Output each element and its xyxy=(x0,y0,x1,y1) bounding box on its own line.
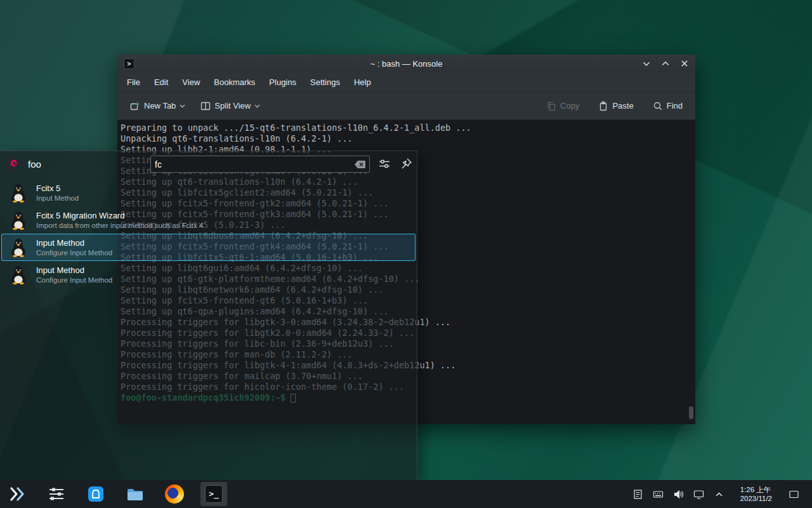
search-result-row[interactable]: Fcitx 5 Migration Wizard Import data fro… xyxy=(1,206,416,234)
paste-label: Paste xyxy=(612,101,633,110)
display-icon xyxy=(693,489,704,500)
debian-logo-icon xyxy=(5,156,22,172)
display-tray-button[interactable] xyxy=(693,489,704,500)
menu-plugins[interactable]: Plugins xyxy=(263,75,302,90)
find-label: Find xyxy=(667,101,683,110)
krunner-user: foo xyxy=(5,156,41,172)
software-center-task[interactable] xyxy=(82,482,109,506)
krunner-header: foo xyxy=(0,151,417,177)
firefox-task[interactable] xyxy=(161,482,188,506)
paste-icon xyxy=(598,101,608,111)
app-launcher-button[interactable] xyxy=(4,482,30,506)
tux-penguin-icon xyxy=(8,265,29,285)
launcher-icon xyxy=(8,485,27,504)
pin-icon xyxy=(400,157,412,170)
clipboard-tray-button[interactable] xyxy=(632,489,643,500)
firefox-icon xyxy=(165,485,184,504)
clipboard-icon xyxy=(632,489,643,500)
show-desktop-icon xyxy=(789,489,799,500)
result-subtitle: Import data from other input method such… xyxy=(36,222,203,229)
filter-settings-button[interactable] xyxy=(378,157,391,170)
tux-penguin-icon xyxy=(8,210,29,231)
expand-tray-button[interactable] xyxy=(714,489,724,500)
task-manager-settings-button[interactable] xyxy=(43,482,70,506)
konsole-task[interactable]: >_ xyxy=(200,482,227,506)
file-manager-task[interactable] xyxy=(122,482,148,506)
input-method-tray-button[interactable] xyxy=(653,489,664,500)
taskbar: >_ 1:26 上午 2023/11/2 xyxy=(0,480,812,508)
chevron-down-icon xyxy=(254,104,260,109)
folder-icon xyxy=(126,485,145,504)
new-tab-icon xyxy=(130,101,140,111)
result-subtitle: Configure Input Method xyxy=(36,276,112,284)
split-view-button[interactable]: Split View xyxy=(195,97,265,115)
tux-penguin-icon xyxy=(8,183,29,203)
search-result-row[interactable]: Input Method Configure Input Method xyxy=(1,261,416,288)
result-title: Input Method xyxy=(36,238,112,248)
menubar: FileEditViewBookmarksPluginsSettingsHelp xyxy=(117,72,695,92)
menu-view[interactable]: View xyxy=(176,75,206,90)
terminal-line: Unpacking qt6-translations-l10n (6.4.2-1… xyxy=(121,133,693,144)
tux-penguin-icon xyxy=(8,237,29,258)
menu-settings[interactable]: Settings xyxy=(304,75,346,90)
menu-file[interactable]: File xyxy=(121,75,146,90)
chevron-down-icon xyxy=(180,104,185,109)
krunner-results: Fcitx 5 Input Method Fcitx 5 Migration W… xyxy=(0,179,417,288)
find-icon xyxy=(653,101,663,111)
terminal-scrollbar[interactable] xyxy=(689,406,693,419)
copy-icon xyxy=(546,101,556,111)
maximize-button[interactable] xyxy=(661,59,670,68)
find-button[interactable]: Find xyxy=(648,97,688,115)
search-input[interactable] xyxy=(151,159,354,170)
result-title: Fcitx 5 Migration Wizard xyxy=(36,211,203,220)
split-view-label: Split View xyxy=(214,101,251,110)
clock[interactable]: 1:26 上午 2023/11/2 xyxy=(740,485,772,503)
pin-button[interactable] xyxy=(400,157,412,170)
show-desktop-button[interactable] xyxy=(787,488,801,500)
toolbar: New Tab Split View Copy Paste Find xyxy=(117,92,695,120)
copy-label: Copy xyxy=(560,101,579,110)
volume-tray-button[interactable] xyxy=(673,489,684,500)
result-subtitle: Configure Input Method xyxy=(36,249,112,257)
menu-bookmarks[interactable]: Bookmarks xyxy=(208,75,261,90)
result-title: Fcitx 5 xyxy=(36,184,79,193)
new-tab-label: New Tab xyxy=(144,101,176,110)
window-title: ~ : bash — Konsole xyxy=(117,59,695,69)
search-result-row[interactable]: Fcitx 5 Input Method xyxy=(1,179,416,206)
new-tab-button[interactable]: New Tab xyxy=(125,97,190,115)
krunner-username: foo xyxy=(28,159,41,170)
keyboard-icon xyxy=(653,489,664,500)
software-center-icon xyxy=(86,485,105,504)
clock-date: 2023/11/2 xyxy=(740,494,772,503)
minimize-button[interactable] xyxy=(642,59,651,68)
krunner-search-field[interactable] xyxy=(150,156,370,173)
search-result-row[interactable]: Input Method Configure Input Method xyxy=(1,234,416,261)
konsole-icon: >_ xyxy=(205,485,223,503)
menu-edit[interactable]: Edit xyxy=(148,75,174,90)
split-view-icon xyxy=(200,101,211,111)
chevron-up-icon xyxy=(714,489,724,500)
sliders-list-icon xyxy=(47,485,66,504)
copy-button[interactable]: Copy xyxy=(541,97,584,115)
close-button[interactable] xyxy=(680,59,689,68)
krunner-panel: foo Fcitx 5 Input Method xyxy=(0,150,417,480)
sliders-icon xyxy=(378,157,391,170)
volume-icon xyxy=(673,489,684,500)
result-title: Input Method xyxy=(36,265,112,275)
menu-help[interactable]: Help xyxy=(348,75,377,90)
clear-search-icon[interactable] xyxy=(354,159,367,170)
titlebar[interactable]: > ~ : bash — Konsole xyxy=(117,55,695,72)
clock-time: 1:26 上午 xyxy=(740,485,772,494)
paste-button[interactable]: Paste xyxy=(593,97,638,115)
konsole-app-icon: > xyxy=(124,58,134,69)
terminal-line: Preparing to unpack .../15-qt6-translati… xyxy=(121,123,693,133)
result-subtitle: Input Method xyxy=(36,194,79,202)
